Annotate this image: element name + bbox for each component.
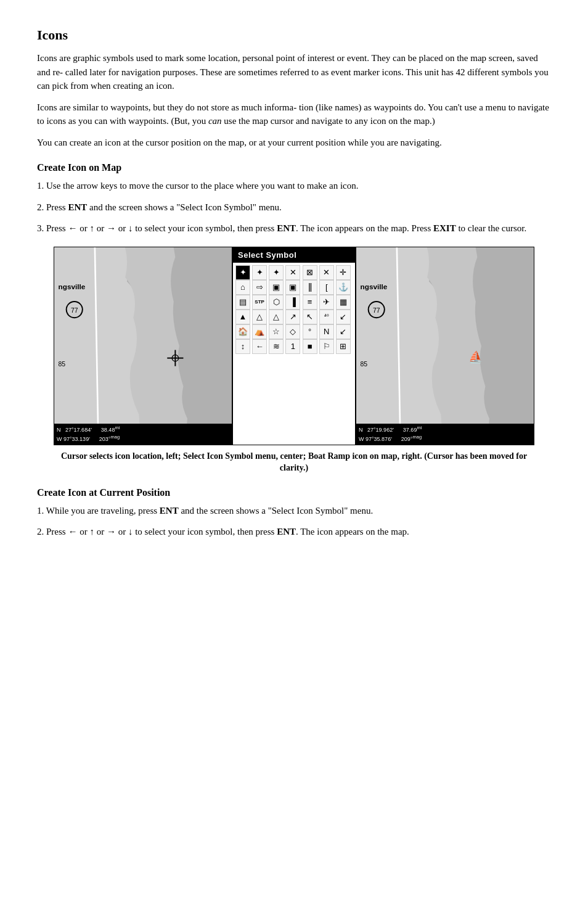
svg-text:77: 77 — [373, 307, 380, 314]
symbol-cell[interactable]: ↖ — [303, 310, 317, 324]
symbol-cell[interactable]: ✦ — [235, 265, 250, 280]
step-3-map: 3. Press ← or ↑ or → or ↓ to select your… — [37, 221, 551, 236]
symbol-cell[interactable]: N — [319, 324, 334, 339]
symbol-cell[interactable]: ✕ — [319, 265, 334, 280]
symbol-cell[interactable]: ⌂ — [235, 280, 250, 295]
select-symbol-panel: Select Symbol ✦ ✦ ✦ ✕ ⊠ ✕ ✛ ⌂ ⇨ ▣ ▣ ǁ [ — [232, 247, 356, 445]
page-title: Icons — [37, 25, 551, 45]
figure-caption: Cursor selects icon location, left; Sele… — [54, 450, 534, 474]
symbol-cell[interactable]: ǁ — [303, 280, 317, 295]
symbol-cell[interactable]: ≋ — [269, 339, 284, 354]
figure-container: ngsville 77 85 40mi 77 N — [37, 247, 551, 474]
symbol-cell[interactable]: ◇ — [285, 324, 300, 339]
symbol-cell[interactable]: 🏠 — [235, 324, 250, 339]
symbol-cell[interactable]: ■ — [303, 339, 317, 354]
symbol-cell[interactable]: ⊠ — [303, 265, 317, 280]
symbol-cell[interactable]: ▣ — [285, 280, 300, 295]
symbol-cell[interactable]: ☆ — [269, 324, 284, 339]
symbol-cell[interactable]: ← — [252, 339, 267, 354]
symbol-cell[interactable]: △ — [252, 310, 267, 324]
symbol-cell[interactable]: ↙ — [336, 324, 351, 339]
symbol-cell[interactable]: ⚓ — [336, 280, 351, 295]
symbol-cell[interactable]: [ — [319, 280, 334, 295]
intro-paragraph-2: Icons are similar to waypoints, but they… — [37, 101, 551, 128]
symbol-cell[interactable]: STP — [252, 295, 267, 310]
section-heading-1: Create Icon on Map — [37, 160, 551, 175]
svg-text:77: 77 — [71, 307, 78, 314]
symbol-cell[interactable]: ⛺ — [252, 324, 267, 339]
symbol-cell[interactable]: ⬡ — [269, 295, 284, 310]
symbol-cell[interactable]: ▣ — [269, 280, 284, 295]
map-left-bottom-bar: N 27°17.684' 38.48mi W 97°33.139' 203°ma… — [54, 424, 232, 444]
symbol-cell[interactable]: ≡ — [303, 295, 317, 310]
page-content: Icons Icons are graphic symbols used to … — [37, 25, 551, 539]
svg-text:⛵: ⛵ — [468, 350, 483, 363]
symbol-cell[interactable]: ▲ — [235, 310, 250, 324]
symbol-cell[interactable]: ✦ — [269, 265, 284, 280]
symbol-cell[interactable]: ✕ — [285, 265, 300, 280]
symbol-cell[interactable]: ▐ — [285, 295, 300, 310]
symbol-cell[interactable]: 1 — [285, 339, 300, 354]
symbol-cell[interactable]: ⊞ — [336, 339, 351, 354]
symbol-cell[interactable]: ✈ — [319, 295, 334, 310]
section-heading-2: Create Icon at Current Position — [37, 485, 551, 500]
symbol-cell[interactable]: ↗ — [285, 310, 300, 324]
symbol-cell[interactable]: ° — [303, 324, 317, 339]
symbol-cell[interactable]: ↕ — [235, 339, 250, 354]
symbol-cell[interactable]: ⁴⁰ — [319, 310, 334, 324]
step-1-position: 1. While you are traveling, press ENT an… — [37, 504, 551, 518]
intro-paragraph-1: Icons are graphic symbols used to mark s… — [37, 51, 551, 93]
intro-paragraph-3: You can create an icon at the cursor pos… — [37, 136, 551, 150]
step-2-position: 2. Press ← or ↑ or → or ↓ to select your… — [37, 525, 551, 539]
symbol-cell[interactable]: ✦ — [252, 265, 267, 280]
symbol-cell[interactable]: ▦ — [336, 295, 351, 310]
symbol-cell[interactable]: ⇨ — [252, 280, 267, 295]
svg-text:ngsville: ngsville — [361, 282, 388, 290]
step-2-map: 2. Press ENT and the screen shows a "Sel… — [37, 200, 551, 215]
symbol-cell[interactable]: △ — [269, 310, 284, 324]
symbol-cell[interactable]: ⚐ — [319, 339, 334, 354]
symbol-cell[interactable]: ↙ — [336, 310, 351, 324]
map-right-bottom-bar: N 27°19.962' 37.69mi W 97°35.876' 209°ma… — [356, 424, 534, 444]
symbol-cell[interactable]: ▤ — [235, 295, 250, 310]
svg-text:ngsville: ngsville — [59, 282, 86, 290]
map-left: ngsville 77 85 40mi 77 N — [54, 247, 232, 445]
symbol-cell[interactable]: ✛ — [336, 265, 351, 280]
map-right: ngsville 77 85 40mi 77 ⛵ N 27°19.962' 37… — [356, 247, 534, 445]
svg-text:85: 85 — [361, 360, 368, 367]
symbol-grid: ✦ ✦ ✦ ✕ ⊠ ✕ ✛ ⌂ ⇨ ▣ ▣ ǁ [ ⚓ ▤ — [233, 263, 355, 356]
select-symbol-header: Select Symbol — [233, 247, 355, 263]
svg-text:85: 85 — [59, 360, 66, 367]
step-1-map: 1. Use the arrow keys to move the cursor… — [37, 179, 551, 193]
figure-row: ngsville 77 85 40mi 77 N — [54, 247, 534, 445]
